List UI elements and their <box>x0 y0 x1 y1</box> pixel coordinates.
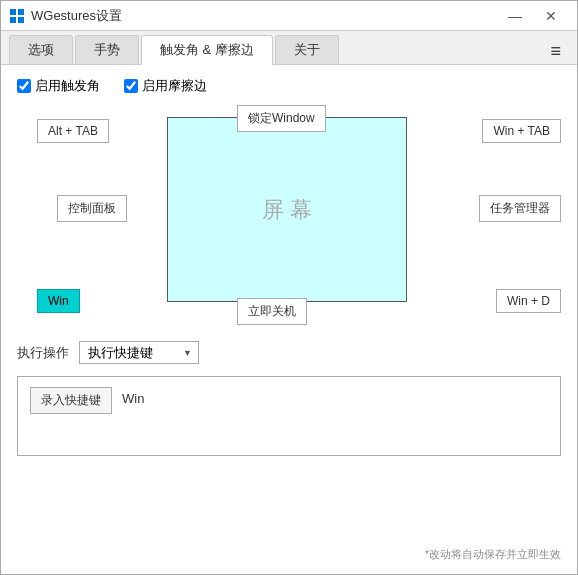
title-bar-left: WGestures设置 <box>9 7 122 25</box>
tab-about[interactable]: 关于 <box>275 35 339 64</box>
screen-rect <box>167 117 407 302</box>
footer-note: *改动将自动保存并立即生效 <box>17 543 561 562</box>
main-window: WGestures设置 — ✕ 选项 手势 触发角 & 摩擦边 关于 ≡ 启用触… <box>0 0 578 575</box>
window-title: WGestures设置 <box>31 7 122 25</box>
alt-tab-button[interactable]: Alt + TAB <box>37 119 109 143</box>
minimize-button[interactable]: — <box>497 1 533 31</box>
shutdown-button[interactable]: 立即关机 <box>237 298 307 325</box>
shortcut-value: Win <box>122 387 144 406</box>
svg-rect-2 <box>10 17 16 23</box>
title-bar-controls: — ✕ <box>497 1 569 31</box>
win-d-button[interactable]: Win + D <box>496 289 561 313</box>
close-button[interactable]: ✕ <box>533 1 569 31</box>
hot-corners-checkbox[interactable] <box>17 79 31 93</box>
tab-bar: 选项 手势 触发角 & 摩擦边 关于 ≡ <box>1 31 577 65</box>
win-button[interactable]: Win <box>37 289 80 313</box>
hot-corners-label: 启用触发角 <box>35 77 100 95</box>
action-select[interactable]: 执行快捷键 运行程序 打开网址 无操作 <box>79 341 199 364</box>
control-panel-button[interactable]: 控制面板 <box>57 195 127 222</box>
shortcut-box: 录入快捷键 Win <box>17 376 561 456</box>
touch-grid-area: 屏 幕 锁定Window Win + TAB 任务管理器 Win + D 立即关… <box>17 107 561 327</box>
tab-options[interactable]: 选项 <box>9 35 73 64</box>
content-area: 启用触发角 启用摩擦边 屏 幕 锁定Window Win + TAB 任务管理器… <box>1 65 577 574</box>
friction-edge-label: 启用摩擦边 <box>142 77 207 95</box>
tab-gestures[interactable]: 手势 <box>75 35 139 64</box>
friction-edge-checkbox-label[interactable]: 启用摩擦边 <box>124 77 207 95</box>
svg-rect-3 <box>18 17 24 23</box>
lock-window-button[interactable]: 锁定Window <box>237 105 326 132</box>
title-bar: WGestures设置 — ✕ <box>1 1 577 31</box>
hot-corners-checkbox-label[interactable]: 启用触发角 <box>17 77 100 95</box>
checkboxes-row: 启用触发角 启用摩擦边 <box>17 77 561 95</box>
record-shortcut-button[interactable]: 录入快捷键 <box>30 387 112 414</box>
svg-rect-0 <box>10 9 16 15</box>
task-manager-button[interactable]: 任务管理器 <box>479 195 561 222</box>
win-tab-button[interactable]: Win + TAB <box>482 119 561 143</box>
svg-rect-1 <box>18 9 24 15</box>
action-row: 执行操作 执行快捷键 运行程序 打开网址 无操作 <box>17 341 561 364</box>
tab-hotcorners[interactable]: 触发角 & 摩擦边 <box>141 35 273 65</box>
action-select-wrapper: 执行快捷键 运行程序 打开网址 无操作 <box>79 341 199 364</box>
menu-icon[interactable]: ≡ <box>542 39 569 64</box>
friction-edge-checkbox[interactable] <box>124 79 138 93</box>
app-icon <box>9 8 25 24</box>
action-label: 执行操作 <box>17 344 69 362</box>
